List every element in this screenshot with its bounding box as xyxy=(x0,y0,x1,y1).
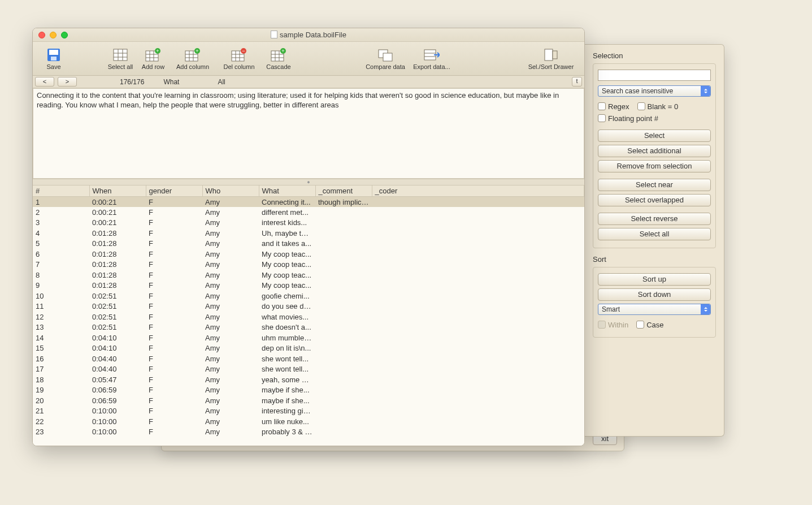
cell[interactable]: 0:02:51 xyxy=(89,312,146,322)
cell[interactable]: Amy xyxy=(202,312,259,322)
del-column-button[interactable]: − Del column xyxy=(216,48,262,70)
select-overlapped-button[interactable]: Select overlapped xyxy=(598,194,711,206)
select-all-button-drawer[interactable]: Select all xyxy=(598,228,711,240)
table-row[interactable]: 130:02:51FAmyshe doesn't a... xyxy=(33,322,584,333)
table-row[interactable]: 120:02:51FAmywhat movies... xyxy=(33,312,584,322)
cell[interactable] xyxy=(372,395,584,406)
case-checkbox[interactable]: Case xyxy=(636,321,663,329)
column-header[interactable]: _coder xyxy=(372,185,584,197)
cell[interactable] xyxy=(315,416,372,427)
cell[interactable]: F xyxy=(146,218,202,228)
cell[interactable]: F xyxy=(146,395,202,406)
cell[interactable]: F xyxy=(146,291,202,301)
cell[interactable] xyxy=(372,228,584,239)
cell[interactable]: 0:04:10 xyxy=(89,333,146,343)
cell[interactable]: 0:10:00 xyxy=(89,406,146,417)
cell[interactable] xyxy=(372,364,584,375)
cell[interactable]: 15 xyxy=(33,343,89,354)
cell[interactable]: 16 xyxy=(33,353,89,364)
table-row[interactable]: 150:04:10FAmydep on lit is\n... xyxy=(33,343,584,354)
remove-selection-button[interactable]: Remove from selection xyxy=(598,160,711,172)
cell[interactable]: 21 xyxy=(33,406,89,417)
cell[interactable]: 0:05:47 xyxy=(89,374,146,385)
search-input[interactable] xyxy=(598,70,711,81)
cascade-button[interactable]: + Cascade xyxy=(263,48,294,70)
cell[interactable]: 9 xyxy=(33,280,89,291)
cell[interactable]: 4 xyxy=(33,228,89,239)
table-row[interactable]: 230:10:00FAmyprobably 3 & f... xyxy=(33,427,584,438)
cell[interactable]: F xyxy=(146,270,202,280)
cell[interactable] xyxy=(315,322,372,333)
cell[interactable]: dep on lit is\n... xyxy=(259,343,315,354)
splitter-handle[interactable]: ● xyxy=(33,179,584,185)
cell[interactable]: she wont tell... xyxy=(259,364,315,375)
export-data-button[interactable]: Export data... xyxy=(409,48,454,70)
cell[interactable] xyxy=(372,322,584,333)
next-button[interactable]: > xyxy=(58,77,77,87)
cell[interactable]: Amy xyxy=(202,207,259,218)
cell[interactable]: Amy xyxy=(202,385,259,396)
cell[interactable] xyxy=(372,218,584,228)
select-reverse-button[interactable]: Select reverse xyxy=(598,213,711,225)
column-header[interactable]: _comment xyxy=(315,185,372,197)
cell[interactable]: um like nuke... xyxy=(259,416,315,427)
add-column-button[interactable]: + Add column xyxy=(170,48,215,70)
table-row[interactable]: 80:01:28FAmyMy coop teac... xyxy=(33,270,584,280)
search-mode-select[interactable]: Search case insensitive xyxy=(598,85,711,97)
select-near-button[interactable]: Select near xyxy=(598,179,711,191)
cell[interactable] xyxy=(315,239,372,249)
sort-up-button[interactable]: Sort up xyxy=(598,273,711,286)
cell[interactable]: F xyxy=(146,239,202,249)
cell[interactable]: F xyxy=(146,249,202,260)
table-row[interactable]: 100:02:51FAmy goofie chemi... xyxy=(33,291,584,301)
cell[interactable]: what movies... xyxy=(259,312,315,322)
table-row[interactable]: 210:10:00FAmyinteresting giv... xyxy=(33,406,584,417)
select-button[interactable]: Select xyxy=(598,130,711,142)
cell[interactable]: Amy xyxy=(202,291,259,301)
cell[interactable]: F xyxy=(146,280,202,291)
table-row[interactable]: 90:01:28FAmyMy coop teac... xyxy=(33,280,584,291)
cell[interactable]: Amy xyxy=(202,364,259,375)
cell[interactable]: Amy xyxy=(202,353,259,364)
cell[interactable]: F xyxy=(146,260,202,270)
cell[interactable]: Connecting it... xyxy=(259,197,315,208)
cell[interactable]: 0:06:59 xyxy=(89,385,146,396)
column-header[interactable]: gender xyxy=(146,185,202,197)
t-button[interactable]: t xyxy=(572,77,582,87)
zoom-icon[interactable] xyxy=(61,32,68,38)
cell[interactable]: different met... xyxy=(259,207,315,218)
cell[interactable] xyxy=(372,239,584,249)
cell[interactable]: 2 xyxy=(33,207,89,218)
compare-data-button[interactable]: Compare data xyxy=(363,48,408,70)
cell[interactable]: 0:02:51 xyxy=(89,291,146,301)
cell[interactable]: 0:01:28 xyxy=(89,239,146,249)
cell[interactable]: Amy xyxy=(202,249,259,260)
cell[interactable] xyxy=(315,228,372,239)
cell[interactable]: and it takes a... xyxy=(259,239,315,249)
cell[interactable] xyxy=(372,406,584,417)
cell[interactable]: 0:01:28 xyxy=(89,228,146,239)
cell[interactable] xyxy=(315,385,372,396)
cell[interactable]: Amy xyxy=(202,280,259,291)
cell[interactable] xyxy=(315,249,372,260)
cell[interactable] xyxy=(315,218,372,228)
prev-button[interactable]: < xyxy=(35,77,54,87)
cell[interactable]: F xyxy=(146,301,202,312)
cell[interactable]: 0:01:28 xyxy=(89,249,146,260)
column-header[interactable]: Who xyxy=(202,185,259,197)
cell[interactable]: Uh, maybe thr... xyxy=(259,228,315,239)
current-field[interactable]: What xyxy=(163,78,209,86)
cell[interactable]: Amy xyxy=(202,239,259,249)
cell[interactable]: Amy xyxy=(202,333,259,343)
table-row[interactable]: 200:06:59FAmymaybe if she... xyxy=(33,395,584,406)
cell[interactable]: My coop teac... xyxy=(259,260,315,270)
cell[interactable]: 0:06:59 xyxy=(89,395,146,406)
cell[interactable]: Amy xyxy=(202,301,259,312)
cell[interactable] xyxy=(372,333,584,343)
cell[interactable]: maybe if she... xyxy=(259,385,315,396)
cell[interactable]: Amy xyxy=(202,416,259,427)
detail-textarea[interactable]: Connecting it to the content that you're… xyxy=(33,88,584,179)
cell[interactable] xyxy=(372,301,584,312)
regex-checkbox[interactable]: Regex xyxy=(598,102,629,111)
sort-mode-select[interactable]: Smart xyxy=(598,304,711,315)
